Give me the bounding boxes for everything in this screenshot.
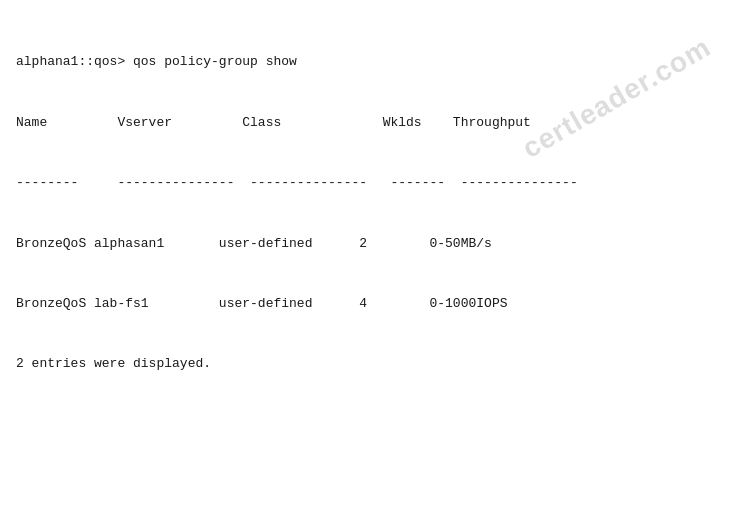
blank-line [16,475,737,495]
block1-prompt: alphana1::qos> qos policy-group show [16,52,737,72]
blank-line [16,415,737,435]
table-row: BronzeQoS lab-fs1 user-defined 4 0-1000I… [16,294,737,314]
block1-footer: 2 entries were displayed. [16,354,737,374]
table-row: BronzeQoS alphasan1 user-defined 2 0-50M… [16,234,737,254]
terminal-output: alphana1::qos> qos policy-group show Nam… [16,12,737,515]
block1-header: Name Vserver Class Wklds Throughput [16,113,737,133]
block1-divider: -------- --------------- ---------------… [16,173,737,193]
